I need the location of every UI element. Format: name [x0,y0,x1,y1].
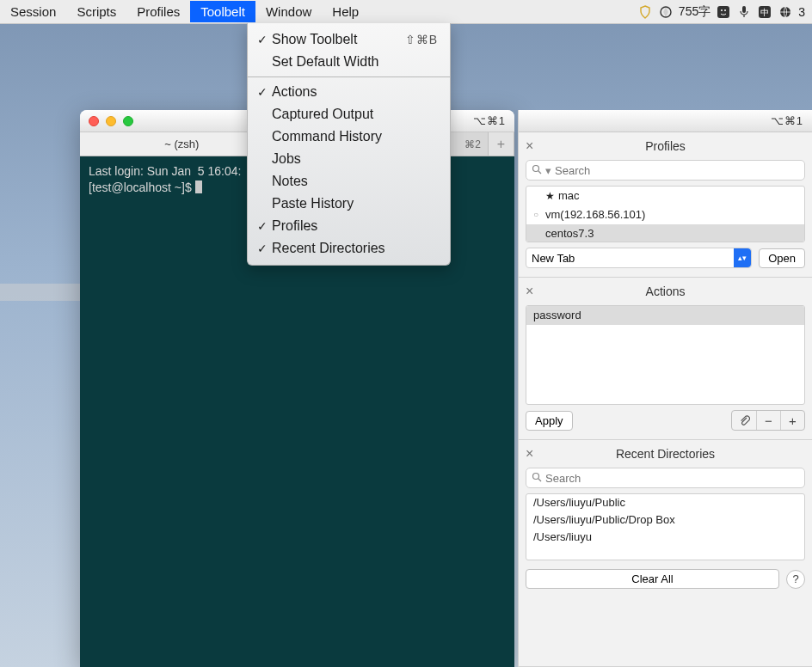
input-method-icon[interactable]: 中 [757,4,772,20]
menubar: Session Scripts Profiles Toolbelt Window… [0,0,812,24]
window-close-button[interactable] [89,116,99,126]
menu-window[interactable]: Window [255,1,322,22]
menu-help[interactable]: Help [322,1,369,22]
check-icon: ✓ [253,85,272,99]
recent-title: Recent Directories [616,447,715,461]
tab-label: ~ (zsh) [164,138,199,150]
window-shortcut: ⌥⌘1 [473,114,506,127]
circle-icon[interactable] [658,4,674,20]
actions-title: Actions [646,285,686,298]
check-icon: ✓ [253,33,272,46]
toolbelt-panel: ⌥⌘1 × Profiles ▾ ★ mac ○ vm(192.168.56.1… [518,110,812,667]
menu-set-default-width[interactable]: Set Default Width [248,51,450,73]
clear-all-button[interactable]: Clear All [526,569,779,589]
attach-icon[interactable] [732,411,756,430]
profiles-search[interactable]: ▾ [526,160,805,181]
actions-section: × Actions password Apply − + [519,278,812,440]
window-minimize-button[interactable] [106,116,116,126]
add-button[interactable]: + [780,411,804,430]
close-icon[interactable]: × [526,138,541,154]
help-button[interactable]: ? [786,570,805,589]
menu-separator [248,76,450,77]
desktop-background [0,284,80,301]
profiles-search-input[interactable] [555,164,799,177]
svg-line-11 [538,479,541,481]
menu-show-toolbelt[interactable]: ✓ Show Toolbelt ⇧⌘B [248,28,450,51]
profiles-section: × Profiles ▾ ★ mac ○ vm(192.168.56.101) … [519,132,812,278]
tray-count: 3 [798,5,805,19]
menu-toolbelt[interactable]: Toolbelt [190,1,255,22]
svg-point-3 [724,9,726,11]
profile-item[interactable]: ○ vm(192.168.56.101) [526,205,804,224]
recent-search[interactable] [526,468,805,488]
toolbelt-dropdown: ✓ Show Toolbelt ⇧⌘B Set Default Width ✓ … [247,23,451,266]
recent-directories-section: × Recent Directories /Users/liuyu/Public… [519,440,812,667]
open-mode-select[interactable]: New Tab ▴▾ [526,248,752,268]
menu-scripts[interactable]: Scripts [66,1,126,22]
close-icon[interactable]: × [526,446,541,462]
recent-search-input[interactable] [545,472,799,485]
menu-actions[interactable]: ✓ Actions [248,81,450,103]
add-tab-button[interactable]: + [489,132,514,156]
svg-text:中: 中 [760,8,769,17]
svg-point-2 [721,9,723,11]
menu-profiles-item[interactable]: ✓ Profiles [248,215,450,237]
check-icon: ✓ [253,242,272,255]
system-tray: 755字 中 3 [637,4,812,20]
svg-point-10 [533,473,539,479]
menu-captured-output[interactable]: Captured Output [248,103,450,125]
search-icon [532,164,542,177]
mic-icon[interactable] [736,4,752,20]
action-toolbar: − + [731,410,805,431]
menu-command-history[interactable]: Command History [248,125,450,148]
svg-point-8 [533,165,539,171]
search-icon [532,472,542,485]
menu-session[interactable]: Session [0,1,66,22]
action-item[interactable]: password [526,306,804,325]
svg-rect-1 [717,6,729,18]
apply-button[interactable]: Apply [526,411,573,431]
menu-notes[interactable]: Notes [248,170,450,193]
globe-icon[interactable] [778,4,793,20]
chevron-down-icon[interactable]: ▾ [545,164,551,177]
smile-icon[interactable] [716,4,731,20]
check-icon: ✓ [253,219,272,233]
svg-line-9 [538,171,541,174]
profile-item[interactable]: ★ mac [526,187,804,205]
open-button[interactable]: Open [759,248,805,268]
svg-rect-4 [742,6,746,13]
recent-dir-item[interactable]: /Users/liuyu/Public [526,494,804,511]
toolbelt-header: ⌥⌘1 [519,110,812,132]
profiles-list: ★ mac ○ vm(192.168.56.101) centos7.3 [526,186,805,242]
cursor [195,181,202,193]
recent-dir-item[interactable]: /Users/liuyu/Public/Drop Box [526,511,804,529]
menu-jobs[interactable]: Jobs [248,148,450,170]
recent-list: /Users/liuyu/Public /Users/liuyu/Public/… [526,493,805,560]
menu-paste-history[interactable]: Paste History [248,193,450,215]
tab-shortcut: ⌘2 [464,138,481,150]
bullet-icon: ○ [533,210,542,219]
recent-dir-item[interactable]: /Users/liuyu [526,529,804,546]
toolbelt-shortcut: ⌥⌘1 [771,114,803,127]
remove-button[interactable]: − [756,411,780,430]
tray-text[interactable]: 755字 [679,4,710,20]
profiles-title: Profiles [645,139,686,153]
window-maximize-button[interactable] [123,116,133,126]
menu-profiles[interactable]: Profiles [126,1,190,22]
profile-item[interactable]: centos7.3 [526,224,804,242]
close-icon[interactable]: × [526,284,541,299]
actions-list: password [526,305,805,405]
menu-recent-directories[interactable]: ✓ Recent Directories [248,237,450,260]
select-arrows-icon: ▴▾ [734,248,751,267]
star-icon: ★ [545,190,555,202]
shield-icon[interactable] [637,4,653,20]
